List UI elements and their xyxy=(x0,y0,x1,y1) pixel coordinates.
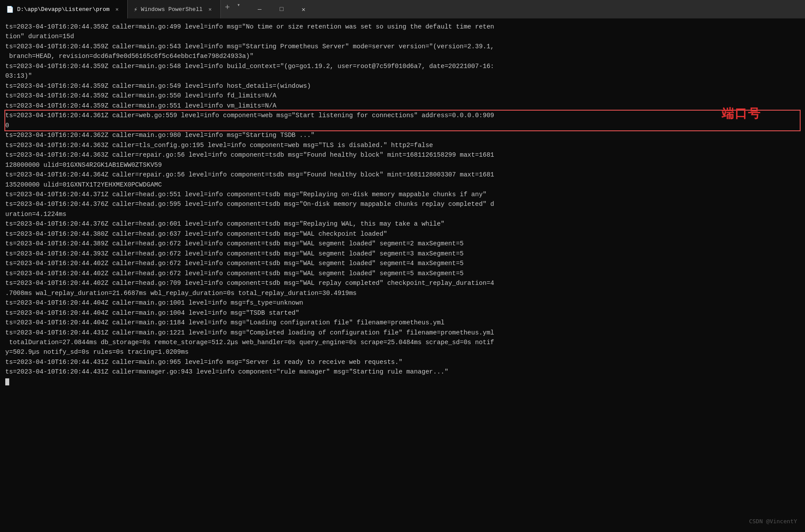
log-line: ts=2023-04-10T16:20:44.431Z caller=manag… xyxy=(5,367,800,377)
tab-label-2: Windows PowerShell xyxy=(141,6,202,13)
tab-dropdown-button[interactable]: ▾ xyxy=(234,0,244,10)
tab-file-icon: 📄 xyxy=(6,6,14,13)
log-line: ts=2023-04-10T16:20:44.389Z caller=head.… xyxy=(5,239,800,248)
log-line: ts=2023-04-10T16:20:44.363Z caller=repai… xyxy=(5,150,800,170)
log-line: ts=2023-04-10T16:20:44.431Z caller=main.… xyxy=(5,357,800,367)
log-line: ts=2023-04-10T16:20:44.359Z caller=main.… xyxy=(5,91,800,101)
log-line: ts=2023-04-10T16:20:44.376Z caller=head.… xyxy=(5,219,800,229)
log-line: ts=2023-04-10T16:20:44.376Z caller=head.… xyxy=(5,199,800,219)
tab-powershell[interactable]: ⚡ Windows PowerShell ✕ xyxy=(128,0,221,18)
log-line: ts=2023-04-10T16:20:44.359Z caller=main.… xyxy=(5,42,800,61)
log-line: ts=2023-04-10T16:20:44.359Z caller=main.… xyxy=(5,61,800,81)
cursor-line xyxy=(5,377,800,387)
tab-listener[interactable]: 📄 D:\app\Devapp\Listener\prom ✕ xyxy=(0,0,128,18)
highlighted-log-line: ts=2023-04-10T16:20:44.361Z caller=web.g… xyxy=(5,111,800,130)
log-line: ts=2023-04-10T16:20:44.404Z caller=main.… xyxy=(5,308,800,318)
log-line: ts=2023-04-10T16:20:44.371Z caller=head.… xyxy=(5,190,800,199)
log-line: ts=2023-04-10T16:20:44.431Z caller=main.… xyxy=(5,328,800,357)
log-line: ts=2023-04-10T16:20:44.402Z caller=head.… xyxy=(5,259,800,268)
log-line: ts=2023-04-10T16:20:44.404Z caller=main.… xyxy=(5,298,800,308)
title-bar: 📄 D:\app\Devapp\Listener\prom ✕ ⚡ Window… xyxy=(0,0,805,18)
main-window: 📄 D:\app\Devapp\Listener\prom ✕ ⚡ Window… xyxy=(0,0,805,532)
log-line: ts=2023-04-10T16:20:44.402Z caller=head.… xyxy=(5,269,800,278)
new-tab-button[interactable]: ＋ xyxy=(221,0,234,13)
log-line: ts=2023-04-10T16:20:44.393Z caller=head.… xyxy=(5,249,800,259)
maximize-button[interactable]: □ xyxy=(272,0,292,18)
log-line: ts=2023-04-10T16:20:44.359Z caller=main.… xyxy=(5,22,800,42)
tab-ps-icon: ⚡ xyxy=(134,6,137,13)
log-line: ts=2023-04-10T16:20:44.364Z caller=repai… xyxy=(5,170,800,190)
tab-close-2[interactable]: ✕ xyxy=(206,5,214,13)
tab-label-1: D:\app\Devapp\Listener\prom xyxy=(17,6,110,13)
window-controls: — □ ✕ xyxy=(244,0,320,18)
minimize-button[interactable]: — xyxy=(250,0,270,18)
log-line: ts=2023-04-10T16:20:44.359Z caller=main.… xyxy=(5,81,800,91)
tab-close-1[interactable]: ✕ xyxy=(113,5,121,13)
log-line: ts=2023-04-10T16:20:44.363Z caller=tls_c… xyxy=(5,140,800,150)
terminal-output[interactable]: ts=2023-04-10T16:20:44.359Z caller=main.… xyxy=(0,18,805,532)
log-line: ts=2023-04-10T16:20:44.359Z caller=main.… xyxy=(5,101,800,111)
watermark: CSDN @VincentY xyxy=(749,517,797,526)
log-line: ts=2023-04-10T16:20:44.380Z caller=head.… xyxy=(5,229,800,239)
log-line: ts=2023-04-10T16:20:44.362Z caller=main.… xyxy=(5,130,800,140)
terminal-cursor xyxy=(5,378,9,385)
log-line: ts=2023-04-10T16:20:44.404Z caller=main.… xyxy=(5,318,800,327)
annotation-box: 端口号 xyxy=(722,104,761,123)
close-button[interactable]: ✕ xyxy=(294,0,314,18)
log-line: ts=2023-04-10T16:20:44.402Z caller=head.… xyxy=(5,278,800,298)
